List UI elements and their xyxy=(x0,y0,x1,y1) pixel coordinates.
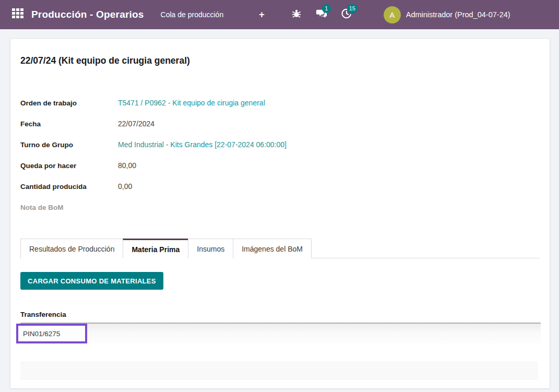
notebook-tabs: Resultados de Producción Materia Prima I… xyxy=(20,239,540,258)
workorder-form-card: 22/07/24 (Kit equipo de cirugia general)… xyxy=(10,38,550,389)
row-gap xyxy=(20,343,540,361)
orden-de-trabajo-link[interactable]: T5471 / P0962 - Kit equipo de cirugia ge… xyxy=(118,99,265,107)
table-row: PIN01/6275 xyxy=(20,324,541,343)
tab-imagenes-del-bom[interactable]: Imágenes del BoM xyxy=(233,239,312,258)
app-title[interactable]: Producción - Operarios xyxy=(31,9,144,20)
materia-prima-panel: CARGAR CONSUMO DE MATERIALES Transferenc… xyxy=(20,272,540,380)
field-cantidad-producida: Cantidad producida 0,00 xyxy=(20,176,540,197)
field-label: Orden de trabajo xyxy=(20,99,118,107)
form-fields: Orden de trabajo T5471 / P0962 - Kit equ… xyxy=(20,92,540,218)
bug-icon xyxy=(291,8,302,21)
record-title: 22/07/24 (Kit equipo de cirugia general) xyxy=(20,55,540,66)
queda-por-hacer-value: 80,00 xyxy=(118,161,136,170)
table-row-empty xyxy=(20,361,538,380)
page: Producción - Operarios Cola de producció… xyxy=(0,0,559,389)
field-fecha: Fecha 22/07/2024 xyxy=(20,113,540,134)
field-label: Turno de Grupo xyxy=(20,141,118,149)
column-header-transferencia[interactable]: Transferencia xyxy=(20,311,541,324)
main-content: 22/07/24 (Kit equipo de cirugia general)… xyxy=(0,38,559,389)
field-nota-de-bom: Nota de BoM xyxy=(20,197,540,218)
avatar: A xyxy=(384,6,401,23)
menu-item-cola-de-produccion[interactable]: Cola de producción xyxy=(161,10,224,19)
cantidad-producida-value: 0,00 xyxy=(118,182,132,191)
apps-grid-icon xyxy=(11,7,24,22)
field-label: Nota de BoM xyxy=(20,204,118,211)
add-tab-button[interactable]: + xyxy=(256,9,268,20)
transferencias-table: Transferencia PIN01/6275 xyxy=(20,311,540,380)
field-turno-de-grupo: Turno de Grupo Med Industrial - Kits Gra… xyxy=(20,134,540,155)
top-navbar: Producción - Operarios Cola de producció… xyxy=(0,0,559,29)
field-label: Cantidad producida xyxy=(20,183,118,191)
activities-badge: 15 xyxy=(347,4,358,13)
tab-materia-prima[interactable]: Materia Prima xyxy=(123,239,188,258)
user-name: Administrador (Prod_04-07-24) xyxy=(406,10,510,19)
debug-button[interactable] xyxy=(290,8,303,21)
field-label: Fecha xyxy=(20,120,118,128)
messages-button[interactable]: 1 xyxy=(315,8,328,21)
cargar-consumo-materiales-button[interactable]: CARGAR CONSUMO DE MATERIALES xyxy=(20,272,163,290)
field-label: Queda por hacer xyxy=(20,162,118,170)
apps-menu-button[interactable] xyxy=(10,7,25,22)
tab-insumos[interactable]: Insumos xyxy=(188,239,233,258)
activities-button[interactable]: 15 xyxy=(340,8,353,21)
user-menu[interactable]: A Administrador (Prod_04-07-24) xyxy=(384,6,510,23)
turno-de-grupo-link[interactable]: Med Industrial - Kits Grandes [22-07-202… xyxy=(118,140,287,149)
field-orden-de-trabajo: Orden de trabajo T5471 / P0962 - Kit equ… xyxy=(20,92,540,113)
transferencia-cell-highlighted[interactable]: PIN01/6275 xyxy=(16,324,87,343)
fecha-value[interactable]: 22/07/2024 xyxy=(118,120,154,128)
messages-badge: 1 xyxy=(322,4,331,13)
tab-resultados-de-produccion[interactable]: Resultados de Producción xyxy=(20,239,123,258)
field-queda-por-hacer: Queda por hacer 80,00 xyxy=(20,155,540,176)
